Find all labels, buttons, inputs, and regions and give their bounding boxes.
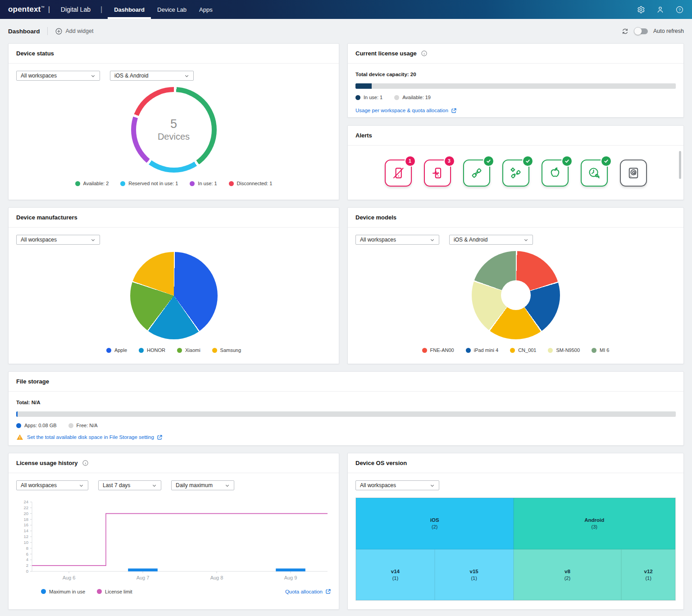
- treemap-cell-v8[interactable]: v8(2): [514, 549, 622, 601]
- file-storage-legend: Apps: 0.08 GB Free: N/A: [16, 423, 676, 428]
- file-storage-bar: [16, 411, 676, 417]
- widget-alerts: Alerts 13: [347, 125, 684, 200]
- device-manufacturers-pie-chart[interactable]: [130, 252, 218, 339]
- alert-license-expiration[interactable]: [581, 160, 608, 187]
- nav-divider: |: [100, 5, 102, 14]
- svg-text:20: 20: [23, 511, 28, 516]
- auto-refresh-label: Auto refresh: [653, 28, 684, 34]
- svg-text:Aug 7: Aug 7: [137, 575, 150, 580]
- external-link-icon: [157, 434, 163, 440]
- usage-per-workspace-link[interactable]: Usage per workspace & quota allocation: [355, 108, 457, 114]
- legend-dot: [139, 348, 144, 353]
- widget-title: Device manufacturers: [16, 214, 77, 221]
- tab-apps[interactable]: Apps: [193, 0, 219, 19]
- alert-disk-usage[interactable]: [620, 160, 647, 187]
- widget-title: File storage: [16, 378, 49, 385]
- select-value: Daily maximum: [176, 482, 213, 488]
- widget-title: Device status: [16, 50, 54, 57]
- treemap-cell-v14[interactable]: v14(1): [356, 549, 435, 601]
- quota-allocation-link[interactable]: Quota allocation: [285, 589, 331, 594]
- alert-connectors[interactable]: [463, 160, 490, 187]
- treemap-cell-label: v8: [565, 569, 570, 574]
- legend-dot: [422, 348, 427, 353]
- workspace-filter-select[interactable]: All workspaces: [355, 235, 439, 245]
- device-manufacturers-legend: Apple HONOR Xiaomi Samsung: [9, 347, 339, 353]
- chevron-down-icon: [184, 73, 189, 78]
- info-icon[interactable]: [421, 50, 428, 57]
- alerts-scrollbar[interactable]: [679, 151, 681, 179]
- legend-dot: [229, 181, 234, 186]
- svg-text:0: 0: [26, 569, 28, 574]
- treemap-cell-v15[interactable]: v15(1): [435, 549, 514, 601]
- page-toolbar: Dashboard Add widget Auto refresh: [0, 19, 692, 43]
- svg-text:Aug 6: Aug 6: [63, 575, 76, 580]
- opentext-logo[interactable]: opentext™: [8, 5, 45, 14]
- license-usage-fill: [355, 83, 372, 89]
- select-value: iOS & Android: [114, 73, 148, 79]
- workspace-filter-select[interactable]: All workspaces: [16, 71, 100, 81]
- alerts-list: 13: [348, 146, 683, 200]
- chevron-down-icon: [91, 237, 96, 242]
- alert-device-disconnected[interactable]: 1: [385, 160, 412, 187]
- donut-center: 5 Devices: [136, 92, 212, 168]
- svg-text:8: 8: [26, 546, 28, 551]
- total-label: Total: N/A: [16, 400, 676, 405]
- add-widget-button[interactable]: Add widget: [55, 27, 94, 35]
- device-status-donut-chart[interactable]: 5 Devices: [131, 87, 217, 173]
- legend-item: Disconnected: 1: [229, 181, 273, 186]
- treemap-cell-ios[interactable]: iOS(2): [356, 498, 514, 549]
- donut-hole: [501, 280, 531, 310]
- select-value: All workspaces: [21, 237, 57, 243]
- license-history-chart[interactable]: 024681012141618202224Aug 6Aug 7Aug 8Aug …: [9, 490, 339, 587]
- add-widget-label: Add widget: [66, 28, 94, 34]
- auto-refresh-toggle[interactable]: [634, 28, 648, 34]
- logo-text: opentext: [8, 5, 41, 14]
- select-value: All workspaces: [360, 237, 396, 243]
- disk-usage-icon: [626, 165, 641, 181]
- tab-dashboard[interactable]: Dashboard: [108, 0, 151, 19]
- refresh-icon[interactable]: [621, 27, 629, 35]
- os-filter-select[interactable]: iOS & Android: [449, 235, 533, 245]
- settings-gear-icon[interactable]: [637, 5, 645, 14]
- chevron-down-icon: [430, 483, 435, 488]
- product-name[interactable]: Digital Lab: [56, 6, 95, 13]
- workspace-filter-select[interactable]: All workspaces: [16, 235, 100, 245]
- svg-text:18: 18: [23, 517, 28, 522]
- toggle-knob: [634, 27, 642, 35]
- nav-icon-group: ?: [637, 5, 684, 14]
- connector-services-icon: [508, 165, 524, 181]
- widget-device-manufacturers: Device manufacturers All workspaces Appl…: [8, 207, 339, 364]
- os-filter-select[interactable]: iOS & Android: [110, 71, 194, 81]
- chevron-down-icon: [225, 483, 230, 488]
- legend-dot: [16, 423, 21, 428]
- file-storage-setting-link[interactable]: Set the total available disk space in Fi…: [27, 434, 163, 440]
- alert-device-unhealthy[interactable]: 3: [424, 160, 451, 187]
- logo-divider: |: [48, 5, 50, 14]
- legend-item: License limit: [97, 589, 132, 594]
- legend-item: Reserved not in use: 1: [120, 181, 178, 186]
- alert-connector-services[interactable]: [502, 160, 529, 187]
- widget-title: Device models: [355, 214, 396, 221]
- license-expiration-icon: [587, 165, 602, 181]
- widget-title: Alerts: [355, 132, 372, 139]
- workspace-filter-select[interactable]: All workspaces: [16, 480, 88, 490]
- treemap-cell-v12[interactable]: v12(1): [621, 549, 675, 601]
- treemap-cell-android[interactable]: Android(3): [514, 498, 675, 549]
- svg-text:16: 16: [23, 522, 28, 527]
- device-models-donut-chart[interactable]: [472, 251, 560, 339]
- user-account-icon[interactable]: [656, 5, 665, 14]
- license-usage-bar: [355, 83, 676, 89]
- workspace-filter-select[interactable]: All workspaces: [355, 480, 439, 490]
- treemap-cell-label: v12: [644, 569, 653, 574]
- legend-dot: [106, 348, 111, 353]
- aggregation-select[interactable]: Daily maximum: [171, 480, 234, 490]
- legend-dot: [394, 95, 399, 100]
- help-icon[interactable]: ?: [675, 5, 684, 14]
- widget-title: Device OS version: [355, 460, 407, 466]
- tab-device-lab[interactable]: Device Lab: [151, 0, 193, 19]
- alert-apple-services[interactable]: [542, 160, 569, 187]
- date-range-select[interactable]: Last 7 days: [98, 480, 161, 490]
- chevron-down-icon: [79, 483, 84, 488]
- info-icon[interactable]: [82, 460, 89, 466]
- chevron-down-icon: [524, 237, 528, 242]
